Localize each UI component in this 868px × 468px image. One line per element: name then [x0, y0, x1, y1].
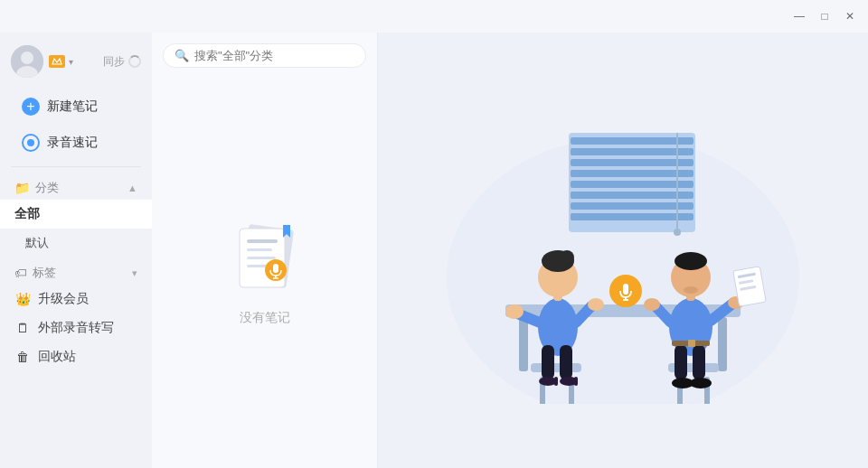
svg-rect-41: [554, 377, 558, 386]
svg-rect-39: [560, 345, 572, 379]
recycle-label: 回收站: [38, 349, 76, 365]
svg-point-63: [690, 378, 712, 388]
svg-rect-20: [571, 170, 693, 177]
new-note-icon: +: [22, 98, 40, 116]
svg-rect-38: [542, 345, 554, 379]
svg-rect-49: [623, 284, 628, 295]
svg-rect-9: [247, 265, 269, 267]
sync-spinner: [128, 55, 141, 68]
recycle-icon: 🗑: [14, 349, 31, 365]
svg-rect-60: [675, 345, 687, 379]
close-button[interactable]: ✕: [839, 8, 861, 24]
svg-point-58: [675, 252, 707, 270]
svg-rect-43: [574, 377, 578, 386]
avatar[interactable]: [11, 45, 43, 78]
voice-note-icon: [22, 134, 40, 152]
search-bar: 🔍: [152, 33, 377, 75]
maximize-button[interactable]: □: [814, 8, 835, 24]
tag-label: 标签: [33, 265, 56, 281]
svg-point-47: [588, 298, 604, 311]
user-dropdown-icon[interactable]: ▾: [69, 57, 73, 67]
user-icons: ▾: [49, 55, 73, 68]
content-area: [378, 33, 868, 468]
svg-point-26: [674, 229, 681, 236]
new-note-label: 新建笔记: [47, 98, 98, 115]
upgrade-icon: 👑: [14, 291, 31, 307]
svg-rect-18: [571, 148, 693, 155]
svg-marker-3: [52, 59, 61, 64]
svg-rect-11: [273, 264, 278, 273]
new-note-button[interactable]: + 新建笔记: [7, 90, 145, 123]
svg-rect-32: [531, 363, 581, 372]
external-record-icon: 🗒: [14, 320, 31, 336]
external-record-label: 外部录音转写: [38, 320, 114, 336]
svg-point-1: [21, 51, 33, 64]
voice-note-label: 录音速记: [47, 135, 98, 151]
category-collapse-icon[interactable]: ▲: [127, 183, 137, 193]
empty-state: 没有笔记: [229, 75, 301, 468]
svg-rect-7: [247, 248, 272, 251]
folder-icon: 📁: [14, 181, 30, 195]
sidebar-item-recycle[interactable]: 🗑 回收站: [0, 342, 152, 371]
record-dot: [27, 139, 34, 146]
svg-rect-6: [247, 239, 278, 243]
user-area: ▾ 同步: [0, 40, 152, 89]
sidebar-item-upgrade[interactable]: 👑 升级会员: [0, 285, 152, 314]
illustration: [433, 97, 813, 404]
sidebar-item-all[interactable]: 全部: [0, 200, 152, 229]
tag-section: 🏷 标签 ▾: [0, 257, 152, 285]
middle-panel: 🔍: [152, 33, 378, 468]
vip-icon: [49, 55, 65, 68]
divider-1: [11, 166, 141, 167]
minimize-button[interactable]: —: [788, 8, 810, 24]
svg-rect-21: [571, 181, 693, 188]
svg-rect-19: [571, 159, 693, 166]
empty-text: 没有笔记: [240, 310, 290, 326]
sync-area: 同步: [103, 54, 141, 70]
search-input[interactable]: [194, 49, 354, 62]
search-input-wrap: 🔍: [163, 43, 366, 68]
category-label: 分类: [35, 180, 59, 196]
svg-point-65: [644, 298, 660, 311]
sidebar: ▾ 同步 + 新建笔记 录音速记 📁 分类 ▲: [0, 33, 152, 468]
title-bar: — □ ✕: [0, 0, 868, 33]
default-label: 默认: [25, 235, 49, 251]
search-icon: 🔍: [175, 49, 189, 62]
tag-section-label: 🏷 标签: [14, 265, 56, 281]
tag-collapse-icon[interactable]: ▾: [132, 267, 137, 279]
svg-rect-22: [571, 192, 693, 199]
all-label: 全部: [14, 206, 40, 222]
svg-rect-73: [688, 340, 695, 347]
upgrade-label: 升级会员: [38, 291, 89, 307]
svg-rect-28: [519, 317, 528, 371]
sidebar-item-default[interactable]: 默认: [0, 229, 152, 257]
svg-rect-8: [247, 257, 276, 259]
svg-rect-24: [571, 213, 693, 220]
sidebar-item-external-record[interactable]: 🗒 外部录音转写: [0, 314, 152, 342]
svg-rect-61: [693, 345, 705, 379]
empty-note-icon: [229, 218, 301, 299]
category-section-label: 📁 分类: [14, 180, 59, 196]
svg-point-59: [684, 286, 698, 294]
tag-icon: 🏷: [14, 266, 27, 280]
svg-point-45: [505, 304, 524, 319]
svg-point-37: [560, 250, 574, 265]
main-layout: ▾ 同步 + 新建笔记 录音速记 📁 分类 ▲: [0, 33, 868, 468]
window-controls: — □ ✕: [788, 8, 861, 24]
voice-note-button[interactable]: 录音速记: [7, 126, 145, 159]
svg-rect-29: [718, 317, 727, 371]
svg-rect-23: [571, 202, 693, 210]
category-section: 📁 分类 ▲: [0, 173, 152, 200]
svg-rect-17: [571, 137, 693, 145]
sync-label: 同步: [103, 54, 125, 70]
